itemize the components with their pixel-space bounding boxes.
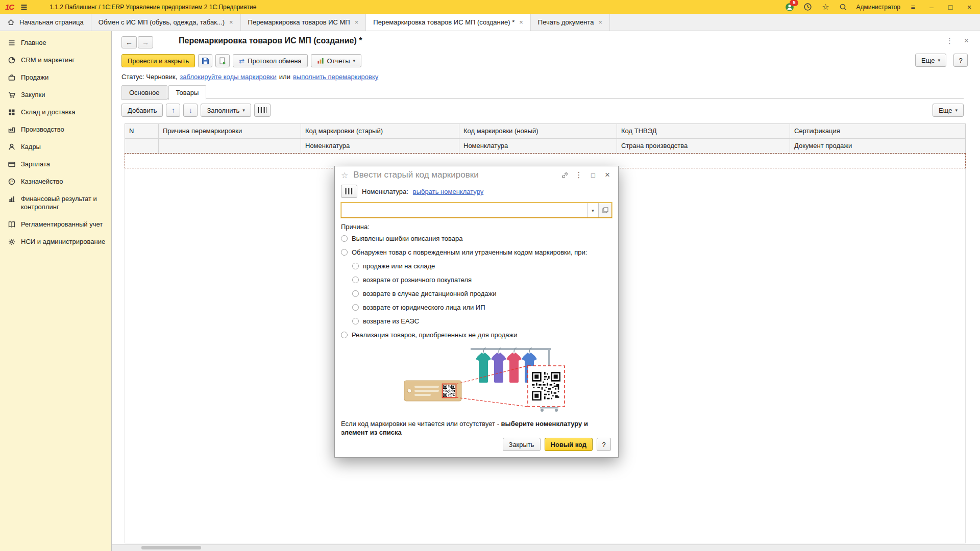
reason-option-distance-sale-return[interactable]: возврате в случае дистанционной продажи (346, 287, 618, 300)
discussions-icon[interactable]: 5 (785, 2, 795, 12)
post-and-close-button[interactable]: Провести и закрыть (121, 54, 195, 67)
radio-icon[interactable] (341, 332, 348, 338)
code-dropdown-button[interactable]: ▾ (587, 203, 598, 217)
forward-button[interactable]: → (138, 36, 153, 48)
column-header[interactable]: Документ продажи (790, 139, 965, 154)
reason-option-damaged-code[interactable]: Обнаружен товар с поврежденным или утрач… (335, 245, 618, 259)
cart-icon (8, 91, 16, 99)
tab-close-icon[interactable]: × (519, 18, 523, 26)
radio-icon[interactable] (352, 304, 359, 311)
dialog-help-button[interactable]: ? (597, 438, 611, 451)
sidebar-item-hr[interactable]: Кадры (0, 138, 111, 156)
sidebar-item-crm[interactable]: CRM и маркетинг (0, 52, 111, 69)
sidebar-item-production[interactable]: Производство (0, 121, 111, 138)
tab-remarking-list[interactable]: Перемаркировка товаров ИС МП × (241, 14, 366, 31)
reason-option-label: возврате от розничного покупателя (363, 276, 472, 284)
reports-button[interactable]: Отчеты ▾ (311, 54, 361, 67)
tab-remarking-create[interactable]: Перемаркировка товаров ИС МП (создание) … (366, 14, 531, 31)
block-codes-link[interactable]: заблокируйте коды маркировки (180, 73, 276, 81)
nomenclature-label: Номенклатура: (362, 188, 408, 195)
sidebar-item-sales[interactable]: Продажи (0, 69, 111, 86)
tab-close-icon[interactable]: × (229, 18, 233, 26)
column-header[interactable]: N (125, 124, 159, 139)
reason-option-description-errors[interactable]: Выявлены ошибки описания товара (335, 232, 618, 245)
dialog-close-icon[interactable]: × (603, 170, 612, 180)
scrollbar-thumb[interactable] (141, 546, 201, 549)
column-header[interactable] (125, 139, 159, 154)
favorite-star-icon[interactable]: ☆ (341, 170, 348, 180)
column-header[interactable]: Сертификация (790, 124, 965, 139)
back-button[interactable]: ← (121, 36, 137, 48)
new-code-button[interactable]: Новый код (545, 438, 593, 451)
choose-nomenclature-link[interactable]: выбрать номенклатуру (413, 188, 483, 195)
reason-option-legal-entity-return[interactable]: возврате от юридического лица или ИП (346, 300, 618, 314)
sidebar-item-finance[interactable]: Финансовый результат и контроллинг (0, 190, 111, 216)
favorites-star-icon[interactable]: ☆ (820, 2, 830, 12)
reason-option-not-for-sale[interactable]: Реализация товаров, приобретенных не для… (335, 328, 618, 342)
column-header[interactable]: Код маркировки (новый) (459, 124, 617, 139)
column-header[interactable]: Код ТНВЭД (617, 124, 790, 139)
dialog-menu-dots-icon[interactable]: ⋮ (574, 170, 583, 180)
close-window-button[interactable]: × (964, 3, 975, 11)
move-up-button[interactable]: ↑ (166, 104, 180, 117)
dialog-close-button[interactable]: Закрыть (503, 438, 541, 451)
radio-icon[interactable] (341, 249, 348, 256)
sidebar-item-salary[interactable]: Зарплата (0, 156, 111, 173)
get-link-icon[interactable] (560, 170, 569, 180)
tab-home[interactable]: Начальная страница (0, 14, 91, 31)
radio-icon[interactable] (352, 277, 359, 283)
sidebar-item-purchases[interactable]: Закупки (0, 86, 111, 104)
fill-button[interactable]: Заполнить▾ (201, 104, 251, 117)
main-menu-icon[interactable] (20, 3, 28, 11)
tab-print-document[interactable]: Печать документа × (531, 14, 610, 31)
save-button[interactable] (198, 54, 212, 67)
book-icon (8, 220, 16, 229)
tab-exchange-is-mp[interactable]: Обмен с ИС МП (обувь, одежда, табак...) … (91, 14, 241, 31)
horizontal-scrollbar[interactable] (112, 544, 980, 551)
sidebar-item-treasury[interactable]: P Казначейство (0, 173, 111, 190)
sidebar-item-main[interactable]: Главное (0, 34, 111, 52)
radio-icon[interactable] (352, 290, 359, 297)
column-header[interactable]: Причина перемаркировки (159, 124, 301, 139)
old-marking-code-input[interactable] (341, 203, 587, 217)
maximize-button[interactable]: □ (945, 3, 956, 11)
reason-option-sale-or-warehouse[interactable]: продаже или на складе (346, 259, 618, 273)
code-open-button[interactable] (598, 203, 611, 217)
form-close-icon[interactable]: × (964, 36, 969, 45)
dialog-maximize-icon[interactable]: □ (589, 170, 598, 180)
grid-more-button[interactable]: Еще▾ (933, 104, 964, 117)
current-user[interactable]: Администратор (856, 4, 900, 11)
service-menu-icon[interactable]: ≡ (908, 2, 918, 12)
dialog-scan-barcode-button[interactable] (341, 185, 357, 198)
column-header[interactable]: Страна производства (617, 139, 790, 154)
radio-icon[interactable] (341, 235, 348, 242)
column-header[interactable]: Номенклатура (459, 139, 617, 154)
perform-remarking-link[interactable]: выполнить перемаркировку (293, 73, 378, 81)
add-row-button[interactable]: Добавить (121, 104, 163, 117)
reason-option-retail-return[interactable]: возврате от розничного покупателя (346, 273, 618, 287)
scan-barcode-button[interactable] (254, 104, 271, 117)
radio-icon[interactable] (352, 318, 359, 324)
tab-close-icon[interactable]: × (355, 18, 359, 26)
more-button[interactable]: Еще▾ (915, 54, 946, 67)
form-menu-dots-icon[interactable]: ⋮ (946, 36, 953, 45)
home-icon (7, 18, 15, 26)
tab-close-icon[interactable]: × (598, 18, 602, 26)
tab-main-section[interactable]: Основное (121, 85, 167, 100)
search-icon[interactable] (838, 2, 848, 12)
reason-option-eaeu-return[interactable]: возврате из ЕАЭС (346, 314, 618, 328)
exchange-protocol-button[interactable]: ⇄ Протокол обмена (233, 54, 307, 67)
tab-goods-section[interactable]: Товары (168, 85, 207, 100)
radio-icon[interactable] (352, 263, 359, 269)
column-header[interactable]: Номенклатура (301, 139, 459, 154)
sidebar-item-regulated-accounting[interactable]: Регламентированный учет (0, 216, 111, 233)
post-document-button[interactable] (215, 54, 230, 67)
column-header[interactable]: Код маркировки (старый) (301, 124, 459, 139)
sidebar-item-nsi-admin[interactable]: НСИ и администрирование (0, 233, 111, 251)
sidebar-item-warehouse[interactable]: Склад и доставка (0, 104, 111, 121)
help-button[interactable]: ? (953, 54, 968, 67)
history-icon[interactable] (802, 2, 813, 12)
minimize-button[interactable]: – (926, 3, 937, 11)
move-down-button[interactable]: ↓ (183, 104, 198, 117)
column-header[interactable] (159, 139, 301, 154)
